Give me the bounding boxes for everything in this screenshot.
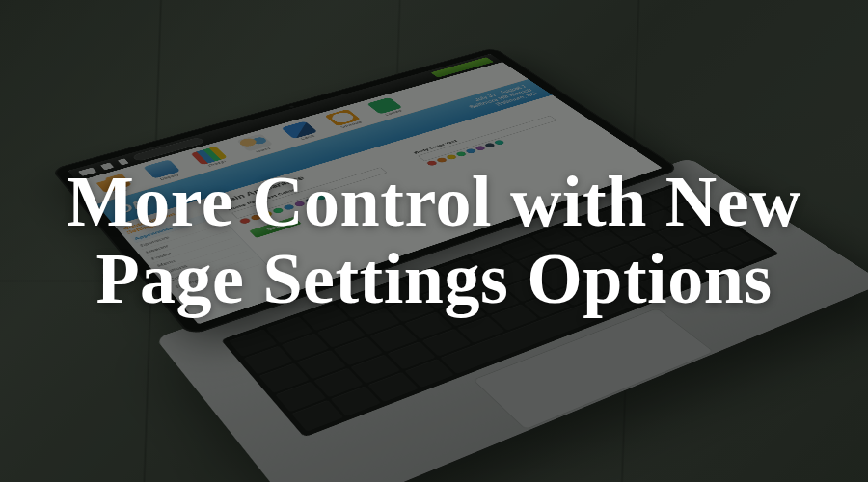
- hero-image: Files Display Design Users Cards Schedul…: [0, 0, 868, 482]
- headline-text: More Control with New Page Settings Opti…: [0, 0, 868, 482]
